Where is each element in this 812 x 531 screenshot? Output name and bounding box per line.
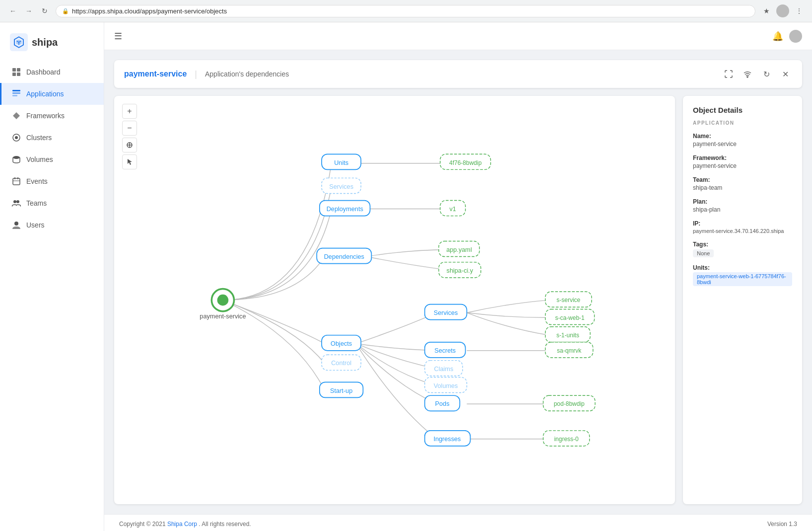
footer-copyright: Copyright © 2021 Shipa Corp . All rights… <box>119 521 251 528</box>
ip-label: IP: <box>693 220 792 227</box>
svg-point-17 <box>14 222 18 226</box>
framework-value: payment-service <box>693 162 792 169</box>
startup-label: Start-up <box>330 387 352 394</box>
right-panel: ☰ 🔔 payment-service | Application's depe… <box>104 22 812 531</box>
close-button[interactable]: ✕ <box>778 67 792 81</box>
framework-label: Framework: <box>693 154 792 161</box>
sidebar-item-teams[interactable]: Teams <box>0 192 104 214</box>
rights-text: . All rights reserved. <box>199 521 251 528</box>
claims-label: Claims <box>434 365 453 373</box>
users-label: Users <box>26 221 45 229</box>
graph-svg: payment-service Units Services Deploymen… <box>114 96 675 504</box>
frameworks-label: Frameworks <box>26 112 65 120</box>
secrets-label: Secrets <box>434 347 456 354</box>
deployments-label: Deployments <box>327 205 363 213</box>
address-bar[interactable]: 🔒 https://apps.shipa.cloud/apps/payment-… <box>56 5 755 17</box>
fit-button[interactable] <box>122 138 137 152</box>
breadcrumb-card: payment-service | Application's dependen… <box>114 60 802 88</box>
breadcrumb-left: payment-service | Application's dependen… <box>124 69 289 79</box>
dependencies-label: Dependencies <box>324 253 364 260</box>
plan-value: shipa-plan <box>693 206 792 213</box>
version-text: Version 1.3 <box>767 521 797 528</box>
s-ca-web1-label: s-ca-web-1 <box>555 314 585 321</box>
wifi-button[interactable] <box>741 67 754 81</box>
applications-label: Applications <box>26 90 64 98</box>
objects-label: Objects <box>331 340 352 347</box>
app-name: payment-service <box>124 70 187 78</box>
sidebar-item-clusters[interactable]: Clusters <box>0 127 104 149</box>
volumes-label: Volumes <box>26 155 53 163</box>
sidebar-item-volumes[interactable]: Volumes <box>0 149 104 170</box>
unit-id-label: 4f76-8bwdip <box>449 159 482 166</box>
graph-controls: + − <box>122 104 137 169</box>
bell-button[interactable]: 🔔 <box>772 31 783 42</box>
browser-actions: ★ ⋮ <box>759 4 806 18</box>
fullscreen-button[interactable] <box>722 67 736 81</box>
footer: Copyright © 2021 Shipa Corp . All rights… <box>104 514 812 531</box>
ingresses-label: Ingresses <box>433 435 461 443</box>
pointer-button[interactable] <box>122 154 137 169</box>
team-value: shipa-team <box>693 184 792 191</box>
logo-text: shipa <box>32 37 58 48</box>
tags-value: None <box>693 249 714 257</box>
shipa-logo-icon <box>10 33 28 51</box>
frameworks-icon <box>11 111 21 121</box>
sidebar-item-dashboard[interactable]: Dashboard <box>0 61 104 83</box>
control-label: Control <box>331 359 351 367</box>
user-avatar <box>789 30 802 43</box>
svg-rect-3 <box>12 73 16 76</box>
team-label: Team: <box>693 176 792 183</box>
detail-framework: Framework: payment-service <box>693 154 792 169</box>
events-icon <box>11 176 21 186</box>
teams-label: Teams <box>26 199 47 207</box>
events-label: Events <box>26 177 48 185</box>
center-label: payment-service <box>200 312 246 320</box>
zoom-in-button[interactable]: + <box>122 104 137 119</box>
app-yaml-label: app.yaml <box>446 246 472 253</box>
zoom-out-button[interactable]: − <box>122 121 137 136</box>
svg-rect-4 <box>17 73 20 76</box>
details-title: Object Details <box>693 106 792 114</box>
svg-rect-6 <box>12 92 20 94</box>
svg-point-10 <box>13 156 20 159</box>
name-label: Name: <box>693 133 792 140</box>
svg-point-18 <box>747 76 748 77</box>
pod-label: pod-8bwdip <box>554 400 585 407</box>
refresh-button[interactable]: ↻ <box>759 67 773 81</box>
units-label: Units <box>334 159 348 166</box>
clusters-icon <box>11 133 21 143</box>
forward-button[interactable]: → <box>22 4 36 18</box>
services-mid-label: Services <box>434 309 458 316</box>
user-button[interactable] <box>789 30 802 43</box>
sa-qmrvk-label: sa-qmrvk <box>557 347 582 354</box>
top-header: ☰ 🔔 <box>104 22 812 50</box>
volumes-label: Volumes <box>434 382 458 389</box>
pods-label: Pods <box>435 400 450 407</box>
s1-units-label: s-1-units <box>556 332 579 339</box>
v1-label: v1 <box>450 205 456 213</box>
sidebar-item-applications[interactable]: Applications <box>0 83 104 105</box>
shipa-ciy-label: shipa-ci.y <box>447 267 474 274</box>
header-actions: 🔔 <box>772 30 802 43</box>
sidebar-item-events[interactable]: Events <box>0 170 104 192</box>
ip-value: payment-service.34.70.146.220.shipa <box>693 228 792 234</box>
dashboard-label: Dashboard <box>26 68 61 76</box>
back-button[interactable]: ← <box>6 4 20 18</box>
svg-rect-1 <box>12 68 16 72</box>
reload-button[interactable]: ↻ <box>38 4 52 18</box>
breadcrumb-divider: | <box>195 69 197 79</box>
units-value: payment-service-web-1-6775784f76-8bwdi <box>693 272 792 286</box>
star-button[interactable]: ★ <box>759 4 773 18</box>
center-node-fill <box>217 295 229 306</box>
sidebar-item-users[interactable]: Users <box>0 214 104 236</box>
company-link[interactable]: Shipa Corp <box>167 521 197 528</box>
detail-ip: IP: payment-service.34.70.146.220.shipa <box>693 220 792 234</box>
breadcrumb-sub: Application's dependencies <box>205 70 289 78</box>
object-details-card: Object Details APPLICATION Name: payment… <box>683 96 802 504</box>
plan-label: Plan: <box>693 198 792 205</box>
menu-dots-button[interactable]: ⋮ <box>792 4 806 18</box>
svg-point-16 <box>16 200 19 203</box>
svg-rect-2 <box>17 68 20 72</box>
sidebar-item-frameworks[interactable]: Frameworks <box>0 105 104 127</box>
hamburger-button[interactable]: ☰ <box>114 31 122 42</box>
